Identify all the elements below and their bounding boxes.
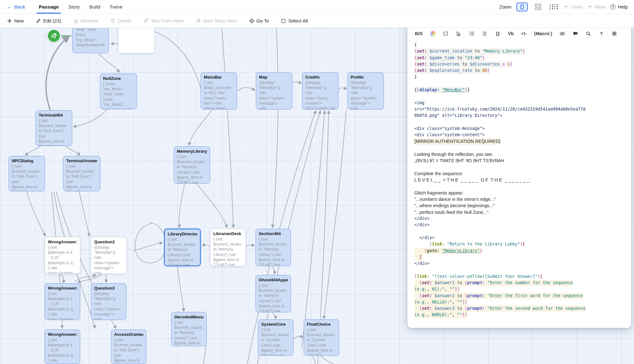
- code-line: "...where endings become beginnings...": [414, 202, 628, 209]
- passage-Section404[interactable]: Section404{ (set:$current_locatioto "Mem…: [256, 229, 291, 266]
- passage-Credits[interactable]: Credits{(display:"MenuBar")}<divclass="m…: [302, 72, 339, 110]
- undo-button[interactable]: Undo: [564, 4, 583, 10]
- verbatim-icon[interactable]: Vb: [508, 30, 514, 37]
- help-label: Help: [618, 4, 628, 10]
- passage-excerpt-line: { (set:: [168, 237, 197, 242]
- passage-excerpt-line: to "Null Zone"): [39, 128, 69, 133]
- passage-WrongAnswer2[interactable]: WrongAnswer2{ (set:$attempts to it- 1) (…: [45, 283, 80, 320]
- chat-icon[interactable]: [573, 30, 578, 37]
- passage-source-editor[interactable]: {(set: $current_location to "Memory Libr…: [407, 40, 631, 328]
- zoom-large-button[interactable]: [516, 3, 528, 11]
- passage-excerpt-line: [ <div: [48, 358, 77, 363]
- passage-SystemCore[interactable]: SystemCore{ (set:$current_locatioto "Sys…: [258, 319, 294, 356]
- passage-excerpt-line: to "System: [261, 337, 290, 342]
- passage-WrongAnswer1[interactable]: WrongAnswer1{ (set:$attempts to it- 1) (…: [45, 237, 80, 274]
- passage-TerminalAnswers[interactable]: TerminalAnswers{ (set:$current_locatioto…: [63, 156, 100, 191]
- passage-MenuBar[interactable]: MenuBar{ (set:$total_discoverito 10) } <…: [201, 72, 237, 110]
- select-all-button[interactable]: Select All: [281, 18, 308, 23]
- passage-excerpt-line: $attempts to it: [48, 342, 77, 348]
- bold-strike-icon[interactable]: B/S: [415, 30, 423, 37]
- edit-23--button[interactable]: Edit (23): [36, 18, 61, 23]
- passage-excerpt-line: {(display:: [351, 80, 381, 85]
- passage-title: FinalChoice: [307, 322, 336, 327]
- help-button[interactable]: ? Help: [610, 4, 628, 10]
- passage-untitled[interactable]: https://od.lk/s/O: [118, 28, 155, 53]
- delete-button[interactable]: Delete: [110, 18, 131, 23]
- code-line: "...perfect souls feed the Null Zone...": [414, 209, 628, 215]
- code-line: "...numbers dance in the mirror's edge..…: [414, 196, 628, 202]
- code-line: Glitch fragments appear:: [414, 190, 628, 196]
- passage-LibrarianDesk[interactable]: LibrarianDesk{ (set:$current_locatioto "…: [210, 229, 246, 266]
- passage-title: WrongAnswer1: [48, 239, 77, 245]
- macro-icon[interactable]: (Macro:): [534, 30, 552, 37]
- passage-Profile[interactable]: Profile{(display:"MenuBar")}<divclass="s…: [347, 72, 384, 110]
- hint-icon[interactable]: ?: [598, 30, 604, 37]
- passage-title: WrongAnswer2: [48, 285, 77, 291]
- go-to-button[interactable]: Go To: [249, 18, 269, 23]
- passage-excerpt-line: message">: [94, 265, 123, 271]
- passage-title: Question3: [94, 285, 123, 291]
- search-icon[interactable]: [585, 30, 591, 37]
- passage-Question2[interactable]: Question2{(display:"MenuBar")}<divclass=…: [91, 237, 126, 274]
- colors-icon[interactable]: [430, 30, 436, 37]
- preview-icon[interactable]: [560, 30, 565, 37]
- code-line: </div>: [414, 235, 628, 241]
- passage-Map[interactable]: Map{(display:"MenuBar")}<divclass="syste…: [256, 72, 292, 110]
- passage-excerpt-line: "MenuBar")}: [351, 85, 381, 90]
- passage-excerpt-line: $game_time to: [168, 258, 197, 263]
- passage-excerpt-line: Core") (set:: [261, 343, 290, 348]
- passage-Terminal404[interactable]: Terminal404{ (set:$current_locatioto "Nu…: [36, 110, 72, 146]
- tab-passage[interactable]: Passage: [34, 0, 63, 14]
- passage-excerpt-line: (track:: [103, 97, 134, 102]
- pointer-icon[interactable]: [456, 30, 462, 37]
- passage-FinalChoice[interactable]: FinalChoice{ (set:$current_locatioto "Sy…: [304, 319, 339, 356]
- passage-excerpt-line: $current_locatio: [174, 325, 204, 330]
- passage-excerpt-line: $game_time to: [177, 175, 207, 180]
- code-line: [414, 267, 628, 273]
- back-button[interactable]: ← Back: [7, 4, 25, 10]
- topbar-right: Zoom Undo Redo ? Help: [499, 3, 628, 11]
- settings-icon[interactable]: [611, 30, 617, 37]
- code-line: (e.g., HELLO):", "")): [414, 299, 628, 305]
- passage-excerpt-line: { (set:: [48, 291, 77, 296]
- code-line: [414, 145, 628, 151]
- numbered-list-icon[interactable]: [469, 30, 475, 37]
- code-line: HARVEST THE OF THE START = 78 LEVEL: [414, 157, 628, 164]
- tab-twine[interactable]: Twine: [105, 0, 127, 14]
- passage-DecodedMessag[interactable]: DecodedMessag{ (set:$current_locatioto "…: [171, 312, 207, 346]
- redo-button[interactable]: Redo: [587, 4, 606, 10]
- passage-excerpt-line: (set:: [114, 353, 143, 358]
- start-story-here-button[interactable]: Start Story Here: [196, 18, 237, 23]
- tab-build[interactable]: Build: [85, 0, 105, 14]
- zoom-small-button[interactable]: [548, 3, 560, 11]
- braces-icon[interactable]: {}: [495, 30, 501, 37]
- passage-excerpt-line: { (set:: [204, 80, 234, 85]
- box-icon[interactable]: [443, 30, 449, 37]
- passage-WrongAnswer3[interactable]: WrongAnswer3{ (set:$attempts to it- 1) (…: [45, 329, 80, 364]
- comment-icon[interactable]: <!-: [521, 30, 527, 37]
- new-button[interactable]: New: [7, 18, 24, 23]
- code-line: [MIRROR AUTHENTICATION REQUIRED]: [414, 138, 628, 144]
- passage-NullZone[interactable]: NullZone{ (track:"my_Music","loop", true…: [100, 73, 137, 109]
- trash-icon: [110, 18, 115, 23]
- passage-Ghost404Appea[interactable]: Ghost404Appea{ (set:$current_locatioto "…: [256, 275, 291, 312]
- passage-NPCDialog[interactable]: NPCDialog{ (set:$current_locatioto "Null…: [9, 156, 45, 191]
- passage-title: TerminalAnswers: [66, 158, 97, 163]
- passage-excerpt-line: $current_locatio: [39, 123, 69, 128]
- code-line: <div class="system-content">: [414, 132, 628, 138]
- passage-title: MemoryLibrary: [177, 149, 207, 154]
- rename-button[interactable]: Rename: [73, 18, 99, 23]
- passage-Question3[interactable]: Question3{(display:"MenuBar")}<divclass=…: [91, 283, 126, 320]
- zoom-medium-button[interactable]: [532, 3, 544, 11]
- align-center-icon[interactable]: [482, 30, 488, 37]
- test-from-here-button[interactable]: Test From Here: [144, 18, 184, 23]
- undo-label: Undo: [571, 4, 583, 10]
- passage-excerpt-line: "my_Music",: [75, 37, 106, 42]
- passage-MemoryLibrary[interactable]: MemoryLibrary{ (set:$current_locatioto "…: [174, 146, 210, 184]
- passage-title: Credits: [305, 74, 335, 80]
- passage-LibraryDirectory[interactable]: LibraryDirectory{ (set:$current_locatiot…: [164, 229, 201, 266]
- passage-untitled[interactable]: { (track:"my_Music","loop", true)(track:…: [72, 28, 109, 53]
- tab-story[interactable]: Story: [63, 0, 84, 14]
- passage-excerpt-line: "MenuBar")}: [305, 85, 335, 90]
- passage-AccessGranted[interactable]: AccessGranted{ (set:$current_locatioto "…: [111, 329, 146, 364]
